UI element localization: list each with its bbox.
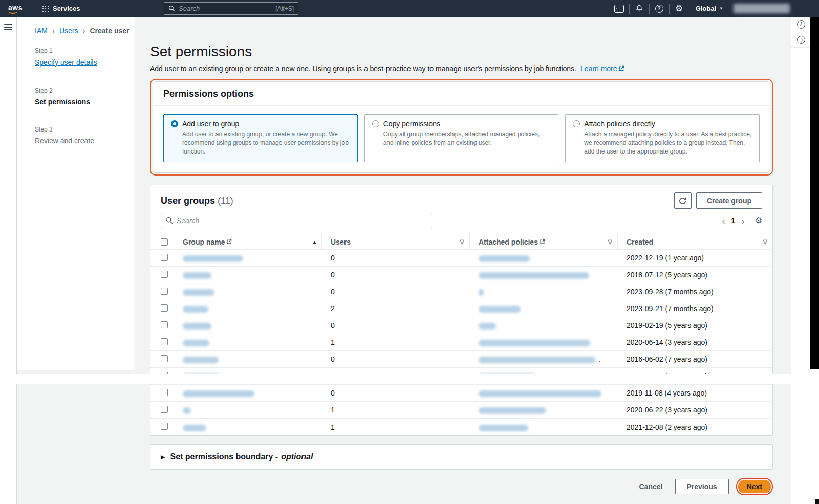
table-row[interactable]: 0.2016-06-02 (7 years ago) <box>150 351 772 368</box>
refresh-button[interactable] <box>674 192 692 209</box>
services-menu-button[interactable]: Services <box>37 5 85 12</box>
created-date: 2018-07-12 (5 years ago) <box>618 271 772 279</box>
row-checkbox[interactable] <box>161 389 168 396</box>
attached-policy-redacted[interactable] <box>479 255 530 262</box>
group-name-redacted[interactable] <box>183 323 211 330</box>
select-all-checkbox[interactable] <box>161 238 168 246</box>
attached-policy-redacted[interactable] <box>479 289 484 296</box>
step3-eyebrow: Step 3 <box>35 126 135 133</box>
column-created[interactable]: Created <box>627 238 653 246</box>
column-attached-policies[interactable]: Attached policies <box>479 238 538 246</box>
attached-policy-redacted[interactable] <box>479 272 589 279</box>
row-checkbox[interactable] <box>161 304 168 312</box>
step2-current-label: Set permissions <box>35 98 135 106</box>
group-name-redacted[interactable] <box>183 425 206 431</box>
current-page-number[interactable]: 1 <box>731 216 736 225</box>
hamburger-menu-icon[interactable] <box>4 24 12 30</box>
create-group-button[interactable]: Create group <box>696 192 762 209</box>
step1-eyebrow: Step 1 <box>35 47 135 54</box>
search-icon <box>168 5 175 12</box>
table-row[interactable]: 02019-02-19 (5 years ago) <box>150 317 772 334</box>
group-name-redacted[interactable] <box>183 255 243 262</box>
row-checkbox[interactable] <box>161 423 168 430</box>
attached-policy-redacted[interactable] <box>479 407 546 414</box>
external-link-icon <box>226 239 232 245</box>
secondary-panel-button[interactable] <box>791 32 810 48</box>
info-icon: i <box>797 20 805 29</box>
filter-icon[interactable]: ▽ <box>608 238 612 245</box>
column-users[interactable]: Users <box>331 238 351 246</box>
table-settings-gear-icon[interactable]: ⚙ <box>755 216 762 225</box>
breadcrumb-iam-link[interactable]: IAM <box>35 27 48 35</box>
notifications-bell-icon[interactable] <box>634 3 645 14</box>
row-checkbox[interactable] <box>161 271 168 278</box>
corner-artifact <box>815 499 819 504</box>
settings-gear-icon[interactable]: ⚙ <box>674 3 685 14</box>
help-icon[interactable]: ? <box>654 3 665 14</box>
row-checkbox[interactable] <box>161 406 168 413</box>
next-button[interactable]: Next <box>738 480 771 493</box>
row-checkbox[interactable] <box>161 355 168 362</box>
step1-link[interactable]: Specify user details <box>35 58 97 67</box>
filter-icon[interactable]: ▽ <box>460 238 464 245</box>
option-card-copy-permissions[interactable]: Copy permissions Copy all group membersh… <box>364 114 559 162</box>
attached-policy-redacted[interactable] <box>479 306 521 313</box>
group-name-redacted[interactable] <box>183 340 209 346</box>
option-card-add-user-to-group[interactable]: Add user to group Add user to an existin… <box>163 114 358 162</box>
group-name-redacted[interactable] <box>183 289 214 296</box>
user-groups-table: Group name ▲ Users ▽ Attached policies ▽… <box>150 234 772 435</box>
group-name-redacted[interactable] <box>183 390 254 397</box>
table-row[interactable]: 12020-06-14 (3 years ago) <box>150 334 772 351</box>
cloudshell-icon[interactable]: ›_ <box>614 3 625 14</box>
table-search-input[interactable] <box>177 216 427 225</box>
radio-unselected-icon[interactable] <box>573 120 580 127</box>
collapsed-side-rail <box>0 17 17 504</box>
group-name-redacted[interactable] <box>183 306 208 313</box>
attached-policy-redacted[interactable] <box>479 357 595 363</box>
group-name-redacted[interactable] <box>183 357 219 363</box>
row-checkbox[interactable] <box>161 321 168 328</box>
permissions-options-panel: Permissions options Add user to group Ad… <box>153 81 770 173</box>
radio-unselected-icon[interactable] <box>372 120 379 127</box>
table-row[interactable]: 02018-07-12 (5 years ago) <box>150 267 772 283</box>
app-grid-icon <box>42 6 49 12</box>
permissions-boundary-panel[interactable]: ▶ Set permissions boundary - optional <box>150 444 773 470</box>
table-row[interactable]: 02022-12-19 (1 year ago) <box>150 250 772 267</box>
global-search-input[interactable] <box>179 5 272 12</box>
clock-icon <box>797 36 805 44</box>
account-name-redacted[interactable] <box>734 4 790 13</box>
previous-page-icon[interactable]: ‹ <box>720 216 727 226</box>
table-row[interactable]: 02019-11-08 (4 years ago) <box>150 385 772 402</box>
table-row[interactable]: 02023-09-28 (7 months ago) <box>150 283 772 300</box>
row-checkbox[interactable] <box>161 338 168 345</box>
users-count: 0 <box>322 321 470 330</box>
breadcrumb-users-link[interactable]: Users <box>59 27 78 35</box>
table-row[interactable]: 12020-06-22 (3 years ago) <box>150 402 772 419</box>
row-checkbox[interactable] <box>161 254 168 261</box>
attached-policy-redacted[interactable] <box>479 340 590 346</box>
learn-more-link[interactable]: Learn more <box>580 64 625 73</box>
filter-icon[interactable]: ▽ <box>763 238 767 245</box>
users-count: 1 <box>322 338 470 346</box>
group-name-redacted[interactable] <box>183 272 211 279</box>
sort-ascending-icon[interactable]: ▲ <box>312 239 317 245</box>
row-checkbox[interactable] <box>161 288 168 295</box>
cancel-button[interactable]: Cancel <box>639 483 663 491</box>
global-search-box[interactable]: [Alt+S] <box>164 2 298 15</box>
attached-policy-redacted[interactable] <box>479 323 496 330</box>
radio-selected-icon[interactable] <box>171 120 178 127</box>
group-name-redacted[interactable] <box>183 407 191 414</box>
attached-policy-redacted[interactable] <box>479 425 528 431</box>
attached-policy-redacted[interactable] <box>479 390 601 397</box>
table-row[interactable]: 22023-09-21 (7 months ago) <box>150 300 772 317</box>
region-selector[interactable]: Global ▼ <box>694 5 725 12</box>
previous-button[interactable]: Previous <box>675 479 729 494</box>
option-card-attach-policies-directly[interactable]: Attach policies directly Attach a manage… <box>565 114 760 162</box>
next-page-icon[interactable]: › <box>739 216 746 226</box>
aws-logo[interactable]: aws <box>8 4 23 13</box>
column-group-name[interactable]: Group name <box>183 238 225 246</box>
table-row[interactable]: 12021-12-08 (2 years ago) <box>150 419 772 435</box>
info-panel-button[interactable]: i <box>791 17 810 32</box>
expand-arrow-icon[interactable]: ▶ <box>161 454 165 461</box>
table-search-box[interactable] <box>161 213 432 228</box>
